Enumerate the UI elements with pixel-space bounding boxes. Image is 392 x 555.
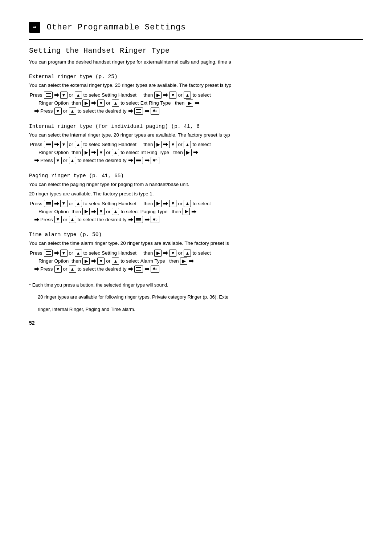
menu-button-icon (44, 92, 53, 99)
to-select2-label: to select (192, 92, 211, 98)
menu-button5-icon (44, 200, 53, 207)
menu-lines-icon (46, 93, 51, 97)
section-paging-body1: You can select the paging ringer type fo… (29, 181, 363, 188)
section-external-body: You can select the external ringer type.… (29, 82, 363, 89)
then2-label: then (70, 100, 81, 106)
header-title: Other Programmable Settings (47, 23, 186, 32)
or2-label: or (178, 92, 182, 98)
or3-label: or (106, 100, 110, 106)
section-alarm-title: Time alarm type (p. 50) (29, 232, 363, 238)
header-arrow-icon: ➡ (29, 22, 40, 33)
instr-paging-line3: ➡ Press ▼ or ▲ to select the desired ty … (33, 216, 363, 223)
nav-down2-icon: ▼ (169, 92, 176, 99)
arrow5-icon: ➡ (34, 108, 39, 114)
arrow4-icon: ➡ (195, 100, 199, 106)
nav-right2-icon: ▶ (82, 100, 90, 107)
menu-lines2-icon (136, 109, 141, 113)
section-external-title: External ringer type (p. 25) (29, 74, 363, 80)
footnote3: ringer, Internal Ringer, Paging and Time… (38, 306, 363, 313)
instr-paging-line1: Press ➡ ▼ or ▲ to selec Setting Handset … (29, 200, 363, 207)
section-paging-body2: 20 ringer types are available. The facto… (29, 190, 363, 198)
or4-label: or (63, 108, 68, 114)
press2-label: Press (40, 108, 53, 114)
page-header: ➡ Other Programmable Settings (29, 22, 363, 33)
menu-lines6-icon (136, 218, 141, 221)
section-internal-title: Internal ringer type (for individual pag… (29, 123, 363, 129)
menu-button3-icon (44, 141, 53, 148)
to-select3-label: to select (121, 100, 139, 106)
arrow6-icon: ➡ (128, 108, 133, 114)
section-external: External ringer type (p. 25) You can sel… (29, 74, 363, 114)
section-alarm: Time alarm type (p. 50) You can select t… (29, 232, 363, 272)
nav-right-icon: ▶ (154, 92, 162, 99)
nav-up2-icon: ▲ (184, 92, 191, 99)
instr-alarm-line3: ➡ Press ▼ or ▲ to select the desired ty … (33, 266, 363, 273)
then1-label: then (138, 92, 153, 98)
then3-label: then (172, 100, 184, 106)
menu-button7-icon (44, 250, 53, 257)
instr-ext-line2: Ringer Option then ▶ ➡ ▼ or ▲ to select … (38, 100, 363, 107)
nav-up4-icon: ▲ (69, 108, 76, 115)
footnote2: 20 ringer types are available for follow… (38, 293, 363, 301)
menu-lines3-icon (46, 143, 51, 146)
nav-up-icon: ▲ (75, 92, 82, 99)
menu-button2-icon (134, 108, 143, 115)
footnote1: * Each time you press a button, the sele… (29, 281, 363, 289)
instr-int-line3: ➡ Press ▼ or ▲ to select the desired ty … (33, 157, 363, 164)
arrow1-icon: ➡ (54, 92, 59, 98)
nav-down-icon: ▼ (60, 92, 68, 99)
instr-alarm-line1: Press ➡ ▼ or ▲ to selec Setting Handset … (29, 250, 363, 257)
to-select1-label: to selec (83, 92, 101, 98)
arrow7-icon: ➡ (144, 108, 149, 114)
nav-right3-icon: ▶ (186, 100, 193, 107)
ringer-option-label: Ringer Option (38, 100, 69, 106)
arrow2-icon: ➡ (163, 92, 168, 98)
nav-down3-icon: ▼ (97, 100, 105, 107)
instr-int-line2: Ringer Option then ▶ ➡ ▼ or ▲ to select … (38, 149, 363, 156)
ext-ring-type-label: Ext Ring Type (140, 100, 171, 106)
page-number: 52 (29, 320, 363, 326)
instr-alarm-line2: Ringer Option then ▶ ➡ ▼ or ▲ to select … (38, 258, 363, 265)
arrow3-icon: ➡ (91, 100, 96, 106)
section-internal-body: You can select the internal ringer type.… (29, 131, 363, 139)
menu-button4-icon (134, 157, 143, 164)
section-paging: Paging ringer type (p. 41, 65) You can s… (29, 173, 363, 223)
nav-down4-icon: ▼ (54, 108, 62, 115)
menu-lines4-icon (136, 159, 141, 162)
instr-ext-line1: Press ➡ ▼ or ▲ to selec Setting Handset … (29, 92, 363, 99)
menu-lines5-icon (46, 202, 51, 205)
instr-int-line1: Press ➡ ▼ or ▲ to selec Setting Handset … (29, 141, 363, 148)
menu-button8-icon (134, 266, 143, 273)
press-label: Press (30, 92, 42, 98)
section-paging-title: Paging ringer type (p. 41, 65) (29, 173, 363, 179)
to-select4-label: to select the desired ty (78, 108, 127, 114)
nav-up3-icon: ▲ (112, 100, 119, 107)
menu-button6-icon (134, 216, 143, 223)
star-button-icon: ✱0 (151, 108, 159, 115)
instr-paging-line2: Ringer Option then ▶ ➡ ▼ or ▲ to select … (38, 208, 363, 215)
header-divider (29, 39, 363, 40)
setting-handset-label: Setting Handset (102, 92, 136, 98)
menu-lines7-icon (46, 251, 51, 255)
page-title: Setting the Handset Ringer Type (29, 46, 363, 55)
page-intro: You can program the desired handset ring… (29, 58, 363, 66)
section-alarm-body: You can select the time alarm ringer typ… (29, 240, 363, 247)
menu-lines8-icon (136, 267, 141, 271)
section-internal: Internal ringer type (for individual pag… (29, 123, 363, 164)
instr-ext-line3: ➡ Press ▼ or ▲ to select the desired ty … (33, 108, 363, 115)
or1-label: or (69, 92, 73, 98)
